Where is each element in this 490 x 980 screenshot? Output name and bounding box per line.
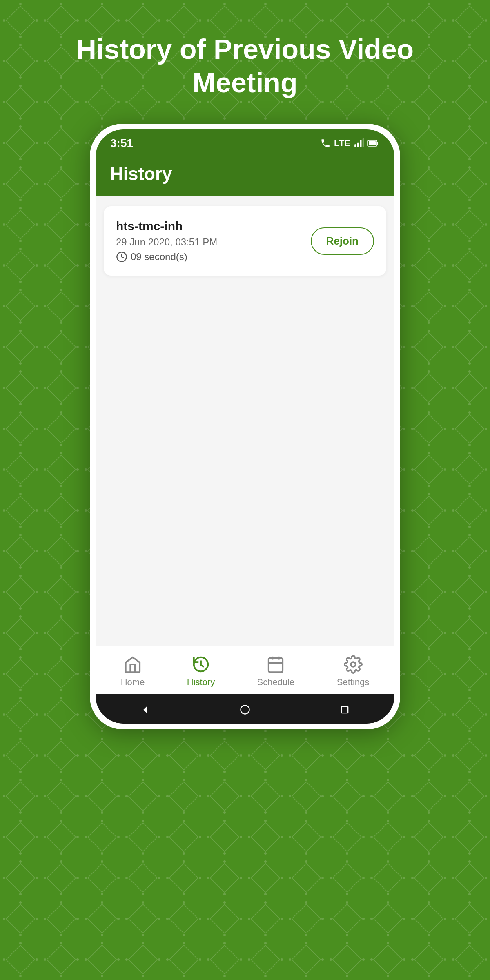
clock-icon [116,251,127,263]
nav-label-schedule: Schedule [257,677,295,688]
battery-icon [368,138,380,149]
svg-marker-19 [143,706,147,714]
home-icon [123,655,142,674]
nav-item-history[interactable]: History [187,655,215,688]
history-card-info: hts-tmc-inh 29 Jun 2020, 03:51 PM 09 sec… [116,219,217,263]
nav-item-schedule[interactable]: Schedule [257,655,295,688]
schedule-icon [266,655,285,674]
svg-rect-7 [357,143,359,147]
app-header: History [96,156,394,196]
settings-icon [344,655,363,674]
meeting-date: 29 Jun 2020, 03:51 PM [116,236,217,248]
page-title: History of Previous Video Meeting [0,33,490,99]
bottom-nav: Home History [96,646,394,694]
nav-item-settings[interactable]: Settings [337,655,370,688]
status-icons: LTE [320,138,380,149]
nav-label-settings: Settings [337,677,370,688]
svg-rect-14 [269,658,283,673]
svg-rect-12 [377,142,378,145]
history-icon [192,655,210,674]
screen-body: hts-tmc-inh 29 Jun 2020, 03:51 PM 09 sec… [96,196,394,646]
android-recent-icon [339,704,350,715]
svg-point-18 [351,662,356,667]
app-header-title: History [110,164,172,184]
phone-side-button-left [90,244,94,285]
duration-text: 09 second(s) [131,251,187,263]
nav-label-home: Home [121,677,145,688]
svg-rect-6 [354,144,356,147]
phone-icon [320,138,331,149]
nav-item-home[interactable]: Home [121,655,145,688]
svg-rect-21 [341,706,348,713]
main-content: History of Previous Video Meeting 3:51 L… [0,0,490,729]
phone-mockup: 3:51 LTE [90,124,400,729]
svg-rect-9 [363,138,364,147]
android-back-button[interactable] [139,703,152,716]
nav-label-history: History [187,677,215,688]
signal-icon [354,138,364,149]
history-card: hts-tmc-inh 29 Jun 2020, 03:51 PM 09 sec… [104,206,386,276]
back-icon [140,704,151,715]
meeting-duration: 09 second(s) [116,251,217,263]
android-home-button[interactable] [238,703,252,716]
android-home-icon [239,704,251,715]
meeting-name: hts-tmc-inh [116,219,217,233]
svg-rect-8 [360,140,361,147]
svg-point-20 [241,706,249,714]
android-nav-bar [96,694,394,724]
phone-inner: 3:51 LTE [96,129,394,724]
status-bar: 3:51 LTE [96,129,394,156]
svg-rect-11 [369,141,376,145]
phone-side-button-right [396,232,400,281]
android-recent-button[interactable] [338,703,351,716]
status-time: 3:51 [110,137,133,150]
rejoin-button[interactable]: Rejoin [311,227,374,255]
lte-text: LTE [334,138,350,149]
